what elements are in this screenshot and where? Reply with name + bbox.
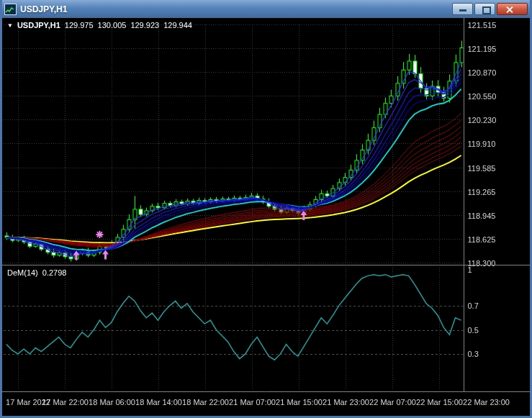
restore-button[interactable] xyxy=(474,3,495,15)
indicator-name: DeM(14) xyxy=(7,268,38,277)
restore-icon xyxy=(482,6,491,14)
ohlc-info-line: ▼USDJPY,H1 129.975 130.005 129.923 129.9… xyxy=(7,21,192,29)
info-symbol: USDJPY,H1 xyxy=(17,21,60,29)
info-high: 130.005 xyxy=(98,21,127,29)
window-icon xyxy=(4,4,17,15)
chart-window: USDJPY,H1 ▼USDJPY,H1 129.975 130.005 129… xyxy=(0,0,532,418)
window-controls xyxy=(452,3,528,15)
window-title: USDJPY,H1 xyxy=(20,4,67,14)
chart-client-area: ▼USDJPY,H1 129.975 130.005 129.923 129.9… xyxy=(2,18,530,416)
price-chart-canvas[interactable] xyxy=(2,18,530,416)
info-close: 129.944 xyxy=(163,21,192,29)
indicator-value: 0.2798 xyxy=(42,268,67,277)
indicator-label: DeM(14) 0.2798 xyxy=(7,268,66,277)
symbol-dropdown-icon[interactable]: ▼ xyxy=(7,22,13,29)
minimize-icon xyxy=(459,9,466,12)
info-open: 129.975 xyxy=(65,21,94,29)
close-button[interactable] xyxy=(497,3,528,15)
minimize-button[interactable] xyxy=(452,3,473,15)
window-titlebar[interactable]: USDJPY,H1 xyxy=(2,0,530,18)
info-low: 129.923 xyxy=(130,21,159,29)
